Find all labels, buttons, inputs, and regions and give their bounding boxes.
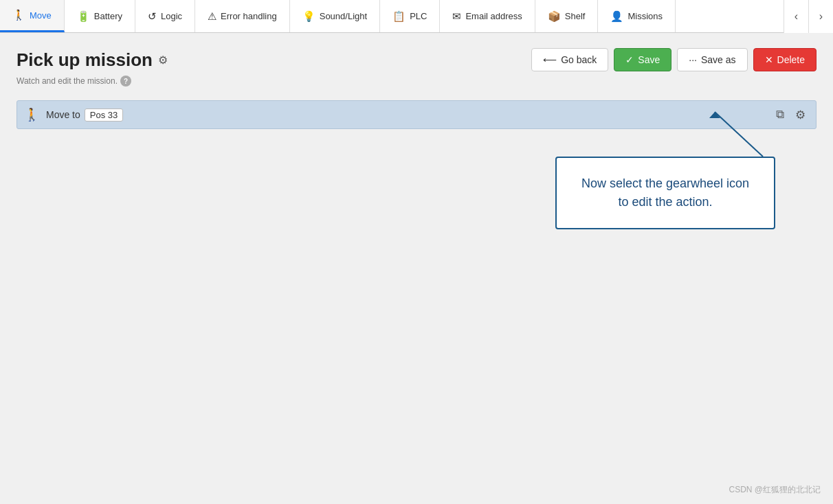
page-subtitle-text: Watch and edit the mission. xyxy=(16,76,118,86)
tab-sound-label: Sound/Light xyxy=(320,11,367,21)
tab-battery[interactable]: 🔋 Battery xyxy=(65,0,135,32)
nav-next-button[interactable]: › xyxy=(808,0,833,33)
watermark: CSDN @红狐狸的北北记 xyxy=(729,484,821,496)
watermark-text: CSDN @红狐狸的北北记 xyxy=(729,485,821,494)
shelf-icon: 📦 xyxy=(548,10,561,23)
go-back-label: Go back xyxy=(561,54,597,65)
top-navigation: 🚶 Move 🔋 Battery ↺ Logic ⚠ Error handlin… xyxy=(0,0,833,33)
missions-icon: 👤 xyxy=(610,10,623,23)
svg-line-0 xyxy=(715,112,763,157)
tab-battery-label: Battery xyxy=(94,11,122,21)
tab-missions[interactable]: 👤 Missions xyxy=(598,0,676,32)
tab-error-handling[interactable]: ⚠ Error handling xyxy=(195,0,290,32)
page-title: Pick up mission xyxy=(16,49,153,71)
callout-box: Now select the gearwheel icon to edit th… xyxy=(555,157,775,229)
tab-email-label: Email address xyxy=(465,11,522,21)
save-label: Save xyxy=(638,54,660,65)
tab-plc-label: PLC xyxy=(410,11,427,21)
mission-row: 🚶 Move to Pos 33 ⧉ ⚙ xyxy=(16,100,817,129)
tab-move[interactable]: 🚶 Move xyxy=(0,0,65,32)
tab-error-label: Error handling xyxy=(221,11,277,21)
page-settings-icon[interactable]: ⚙ xyxy=(158,54,168,67)
callout-arrow xyxy=(701,108,770,160)
go-back-arrow-icon: ⟵ xyxy=(543,54,557,65)
save-check-icon: ✓ xyxy=(625,54,634,65)
delete-label: Delete xyxy=(777,54,805,65)
duplicate-button[interactable]: ⧉ xyxy=(773,106,788,123)
page-subtitle-area: Watch and edit the mission. ? xyxy=(16,76,817,87)
delete-x-icon: ✕ xyxy=(765,54,773,65)
nav-prev-button[interactable]: ‹ xyxy=(784,0,808,33)
header-buttons: ⟵ Go back ✓ Save ··· Save as ✕ Delete xyxy=(531,48,817,71)
duplicate-icon: ⧉ xyxy=(776,108,784,121)
main-content: Pick up mission ⚙ ⟵ Go back ✓ Save ··· S… xyxy=(0,33,833,229)
nav-arrows: ‹ › xyxy=(784,0,833,32)
go-back-button[interactable]: ⟵ Go back xyxy=(531,48,608,71)
page-title-area: Pick up mission ⚙ xyxy=(16,49,168,71)
tab-missions-label: Missions xyxy=(627,11,663,21)
tab-email-address[interactable]: ✉ Email address xyxy=(440,0,535,32)
save-as-label: Save as xyxy=(701,54,736,65)
tab-logic-label: Logic xyxy=(161,11,182,21)
sound-light-icon: 💡 xyxy=(302,10,315,23)
gear-icon: ⚙ xyxy=(795,108,806,122)
save-button[interactable]: ✓ Save xyxy=(614,48,671,71)
gear-button[interactable]: ⚙ xyxy=(792,106,809,124)
plc-icon: 📋 xyxy=(392,10,406,23)
tab-logic[interactable]: ↺ Logic xyxy=(135,0,195,32)
save-as-button[interactable]: ··· Save as xyxy=(677,48,747,71)
save-as-dots-icon: ··· xyxy=(689,54,697,65)
callout-wrapper: Now select the gearwheel icon to edit th… xyxy=(555,157,775,229)
move-icon: 🚶 xyxy=(12,9,25,21)
walk-icon: 🚶 xyxy=(24,107,39,122)
mission-row-actions: ⧉ ⚙ xyxy=(773,106,809,124)
battery-icon: 🔋 xyxy=(77,10,90,23)
tab-move-label: Move xyxy=(30,10,52,21)
tab-plc[interactable]: 📋 PLC xyxy=(380,0,440,32)
tab-shelf[interactable]: 📦 Shelf xyxy=(535,0,599,32)
callout-container: Now select the gearwheel icon to edit th… xyxy=(16,157,817,229)
logic-icon: ↺ xyxy=(148,10,157,23)
tab-sound-light[interactable]: 💡 Sound/Light xyxy=(290,0,380,32)
position-badge: Pos 33 xyxy=(85,108,123,122)
email-icon: ✉ xyxy=(452,10,461,23)
help-icon[interactable]: ? xyxy=(120,76,131,87)
callout-text: Now select the gearwheel icon to edit th… xyxy=(581,176,749,209)
delete-button[interactable]: ✕ Delete xyxy=(753,48,817,71)
move-to-label: Move to xyxy=(46,109,80,120)
tab-shelf-label: Shelf xyxy=(565,11,586,21)
error-icon: ⚠ xyxy=(208,10,216,23)
page-header: Pick up mission ⚙ ⟵ Go back ✓ Save ··· S… xyxy=(16,48,817,71)
